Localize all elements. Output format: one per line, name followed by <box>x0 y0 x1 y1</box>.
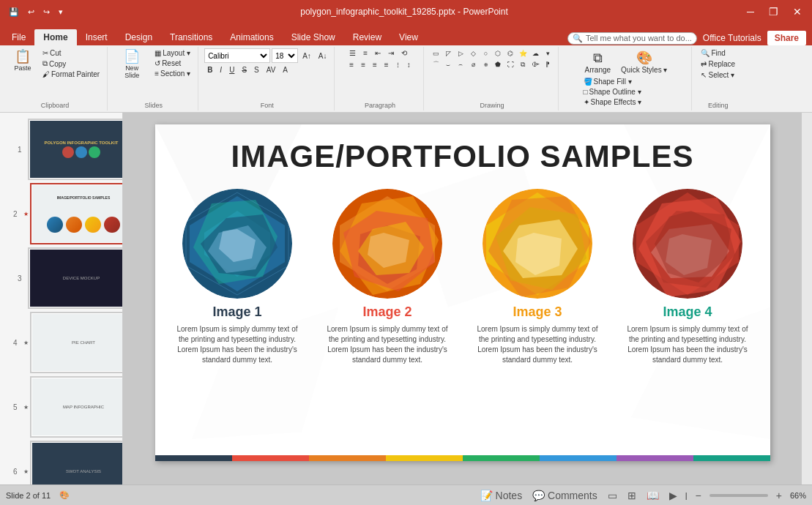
shape-cell[interactable]: ○ <box>480 48 491 59</box>
slide-canvas[interactable]: IMAGE/PORTFOLIO SAMPLES <box>155 124 770 461</box>
increase-indent-button[interactable]: ⇥ <box>385 48 397 58</box>
increase-font-button[interactable]: A↑ <box>299 51 314 61</box>
image-label-3: Image 3 <box>513 304 562 320</box>
zoom-slider[interactable] <box>709 494 768 497</box>
tab-home[interactable]: Home <box>34 29 76 45</box>
shape-cell[interactable]: ⬟ <box>492 59 504 70</box>
shape-cell[interactable]: ⛶ <box>504 59 516 70</box>
shape-cell[interactable]: ⌬ <box>504 48 516 59</box>
slide-thumb-3[interactable]: DEVICE MOCKUP <box>28 247 123 309</box>
minimize-button[interactable]: ─ <box>742 4 759 19</box>
format-painter-button[interactable]: 🖌Format Painter <box>40 70 103 79</box>
quick-styles-button[interactable]: 🎨 Quick Styles ▾ <box>617 48 671 75</box>
new-slide-button[interactable]: 📄 NewSlide <box>113 48 150 81</box>
strikethrough-button[interactable]: S <box>239 65 250 75</box>
reading-view-button[interactable]: 📖 <box>644 489 661 502</box>
shape-fill-button[interactable]: 🪣 Shape Fill ▾ <box>581 77 645 86</box>
cut-button[interactable]: ✂Cut <box>40 48 103 58</box>
restore-button[interactable]: ❐ <box>764 4 783 19</box>
tell-me-search[interactable]: 🔍 Tell me what you want to do... <box>567 32 697 45</box>
section-button[interactable]: ≡ Section ▾ <box>152 69 193 78</box>
reset-button[interactable]: ↺ Reset <box>152 59 193 68</box>
slide-thumb-2[interactable]: IMAGE/PORTFOLIO SAMPLES <box>30 183 123 244</box>
shape-cell[interactable]: ⌀ <box>467 59 479 70</box>
shape-cell[interactable]: ⁋ <box>542 59 554 70</box>
shape-cell[interactable]: ⌱ <box>529 59 541 70</box>
comments-icon: 💬 <box>532 490 545 501</box>
shape-cell[interactable]: ⧉ <box>517 59 529 70</box>
slide-sorter-button[interactable]: ⊞ <box>625 489 638 502</box>
slide-thumb-1[interactable]: POLYGON INFOGRAPHIC TOOLKIT <box>28 119 123 180</box>
shape-cell[interactable]: ⬡ <box>492 48 504 59</box>
shape-cell[interactable]: ⌒ <box>430 59 442 70</box>
tab-design[interactable]: Design <box>116 29 161 45</box>
find-button[interactable]: 🔍 Find <box>698 48 728 58</box>
columns-button[interactable]: ⫶ <box>393 60 403 70</box>
italic-button[interactable]: I <box>217 65 225 75</box>
shape-cell[interactable]: ⌢ <box>455 59 466 70</box>
slide-number-2: 2 <box>13 210 22 218</box>
right-scrollbar[interactable] <box>802 113 812 485</box>
line-spacing-button[interactable]: ↕ <box>404 60 414 70</box>
char-spacing-button[interactable]: AV <box>264 65 279 75</box>
tab-view[interactable]: View <box>390 29 427 45</box>
font-color-button[interactable]: A <box>280 65 291 75</box>
shape-cell[interactable]: ☁ <box>529 48 541 59</box>
image-desc-2: Lorem Ipsum is simply dummy text of the … <box>321 324 453 365</box>
align-left-button[interactable]: ≡ <box>346 60 357 70</box>
arrange-button[interactable]: ⧉ Arrange <box>581 49 616 75</box>
tab-animations[interactable]: Animations <box>221 29 282 45</box>
tab-insert[interactable]: Insert <box>77 29 116 45</box>
slideshow-button[interactable]: ▶ <box>667 489 679 502</box>
normal-view-button[interactable]: ▭ <box>606 489 619 502</box>
share-button[interactable]: Share <box>767 31 806 45</box>
justify-button[interactable]: ≡ <box>381 60 392 70</box>
copy-button[interactable]: ⧉Copy <box>40 59 103 69</box>
slide-thumb-5[interactable]: MAP INFOGRAPHIC <box>30 376 123 438</box>
font-family-select[interactable]: Calibri <box>204 48 270 63</box>
shadow-button[interactable]: S <box>251 65 262 75</box>
ribbon-tab-right: 🔍 Tell me what you want to do... Office … <box>567 31 812 45</box>
numbering-button[interactable]: ≡ <box>360 48 370 58</box>
shape-cell[interactable]: ▭ <box>430 48 442 59</box>
tab-review[interactable]: Review <box>344 29 390 45</box>
notes-button[interactable]: 📝 Notes <box>478 489 524 502</box>
shape-cell[interactable]: ⌣ <box>442 59 454 70</box>
font-size-select[interactable]: 18 <box>272 48 298 63</box>
shape-cell[interactable]: ⭐ <box>517 48 529 59</box>
align-right-button[interactable]: ≡ <box>370 60 380 70</box>
paste-button[interactable]: 📋 Paste <box>7 48 38 73</box>
office-tutorials-link[interactable]: Office Tutorials <box>703 33 761 43</box>
text-direction-button[interactable]: ⟲ <box>398 48 410 58</box>
shape-cell[interactable]: ⎈ <box>480 59 491 70</box>
zoom-in-button[interactable]: + <box>774 489 784 502</box>
shape-cell[interactable]: ▾ <box>542 48 554 59</box>
bold-button[interactable]: B <box>204 65 215 75</box>
zoom-out-button[interactable]: − <box>693 489 704 502</box>
layout-button[interactable]: ▦ Layout ▾ <box>152 48 193 58</box>
bullets-button[interactable]: ☰ <box>346 48 359 58</box>
redo-button[interactable]: ↪ <box>40 6 53 18</box>
tab-slideshow[interactable]: Slide Show <box>283 29 344 45</box>
tab-file[interactable]: File <box>3 29 34 45</box>
save-button[interactable]: 💾 <box>6 6 22 18</box>
decrease-font-button[interactable]: A↓ <box>316 51 330 61</box>
slide-thumb-6[interactable]: SWOT ANALYSIS <box>30 441 123 485</box>
undo-button[interactable]: ↩ <box>25 6 37 18</box>
select-button[interactable]: ↖ Select ▾ <box>698 70 737 80</box>
close-button[interactable]: ✕ <box>789 4 806 19</box>
customize-button[interactable]: ▾ <box>56 6 66 18</box>
shape-outline-button[interactable]: □ Shape Outline ▾ <box>581 87 645 97</box>
align-center-button[interactable]: ≡ <box>358 60 368 70</box>
slides-label: Slides <box>109 102 198 109</box>
shape-cell[interactable]: ▷ <box>455 48 466 59</box>
shape-cell[interactable]: ◸ <box>442 48 454 59</box>
slide-thumb-4[interactable]: PIE CHART <box>30 312 123 373</box>
shape-effects-button[interactable]: ✦ Shape Effects ▾ <box>581 97 645 107</box>
underline-button[interactable]: U <box>226 65 237 75</box>
comments-button[interactable]: 💬 Comments <box>530 489 600 502</box>
shape-cell[interactable]: ◇ <box>467 48 479 59</box>
tab-transitions[interactable]: Transitions <box>161 29 221 45</box>
decrease-indent-button[interactable]: ⇤ <box>372 48 384 58</box>
replace-button[interactable]: ⇄ Replace <box>698 59 738 69</box>
